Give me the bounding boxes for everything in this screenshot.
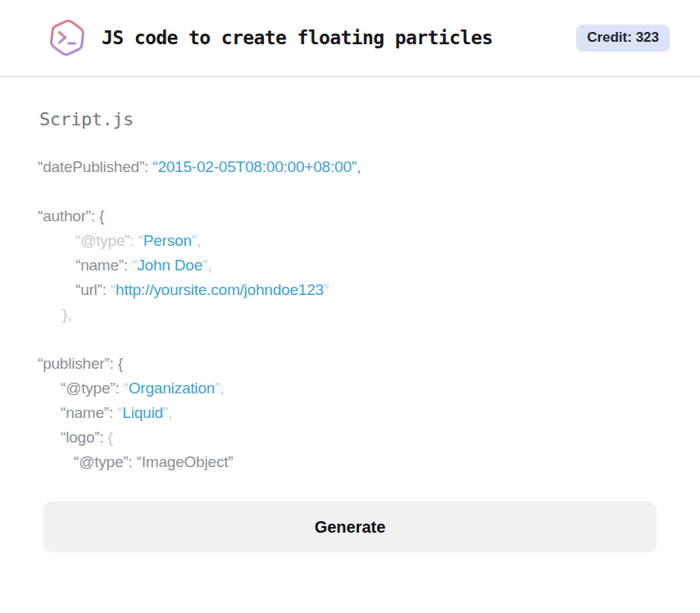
code-token: , — [207, 257, 211, 274]
code-line: “@type”: “Person”, — [38, 229, 662, 253]
code-token: , — [220, 379, 224, 397]
code-line: “datePublished”: “2015-02-05T08:00:00+08… — [38, 155, 662, 179]
hexagon-outline — [50, 20, 84, 57]
code-token: “@type” — [61, 379, 115, 397]
credit-badge: Credit: 323 — [576, 25, 670, 52]
code-token: Organization — [129, 379, 215, 397]
code-token: ” — [324, 281, 329, 298]
code-line: }, — [38, 302, 662, 327]
code-line — [38, 327, 662, 352]
code-token: “2015-02-05T08:00:00+08:00”, — [152, 158, 361, 175]
code-token: “logo” — [61, 429, 99, 446]
code-line: “@type”: “Organization”, — [38, 376, 662, 401]
code-token: : — [109, 404, 117, 421]
prompt-chevron-icon — [59, 33, 66, 43]
page-title: JS code to create floating particles — [102, 27, 576, 48]
code-token: “@type”: “ImageObject” — [74, 453, 233, 470]
code-line: “name”: “Liquid”, — [38, 401, 662, 425]
code-token: “name” — [61, 404, 109, 421]
code-line: “publisher”: { — [38, 352, 662, 376]
app-logo[interactable] — [46, 16, 89, 59]
code-token: “publisher”: { — [38, 355, 123, 372]
code-token: : — [130, 232, 138, 249]
code-token: : — [99, 429, 107, 446]
filename-heading: Script.js — [39, 109, 662, 129]
code-token: : — [102, 281, 111, 298]
code-line — [38, 179, 662, 204]
code-block: “datePublished”: “2015-02-05T08:00:00+08… — [38, 155, 662, 475]
code-line: “url”: “http://yoursite.com/johndoe123” — [38, 278, 662, 302]
code-token: : — [124, 257, 132, 274]
code-line: “author”: { — [38, 204, 662, 229]
code-token: , — [168, 404, 172, 421]
code-token: Liquid — [122, 404, 163, 421]
code-token: “author”: { — [38, 207, 104, 225]
code-line: “@type”: “ImageObject” — [38, 450, 662, 475]
terminal-hexagon-icon — [46, 16, 89, 59]
code-token: , — [197, 232, 201, 249]
code-token: http://yoursite.com/johndoe123 — [116, 281, 324, 298]
main-content: Script.js “datePublished”: “2015-02-05T0… — [0, 78, 700, 552]
code-line: “logo”: { — [38, 425, 662, 450]
code-token: { — [108, 429, 113, 446]
code-token: “url” — [75, 281, 102, 298]
code-token: “@type” — [75, 232, 130, 249]
app-window: JS code to create floating particles Cre… — [0, 0, 700, 613]
code-token: “datePublished”: — [38, 158, 152, 175]
code-token: }, — [62, 306, 71, 323]
code-token: Person — [143, 232, 192, 249]
code-token: John Doe — [137, 257, 202, 274]
generate-button[interactable]: Generate — [43, 502, 657, 552]
code-token: “name” — [75, 257, 124, 274]
code-line: “name”: “John Doe”, — [38, 253, 662, 278]
code-token: : — [115, 379, 123, 397]
header: JS code to create floating particles Cre… — [0, 0, 700, 78]
